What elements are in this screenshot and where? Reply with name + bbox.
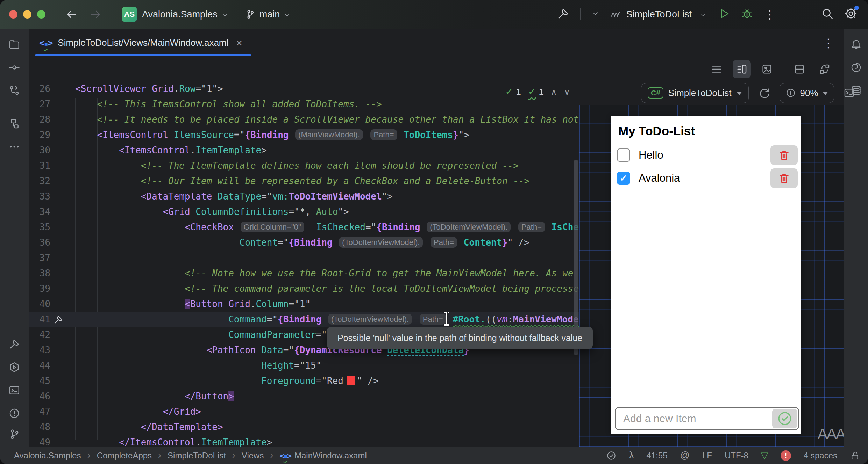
todo-item: Hello	[611, 144, 801, 167]
editor-only-view-button[interactable]	[707, 60, 726, 78]
horizontal-split-button[interactable]	[790, 60, 809, 78]
intention-action-icon[interactable]	[53, 314, 64, 326]
project-tool-window-button[interactable]	[8, 38, 20, 52]
code-line-45[interactable]: 45Foreground="Red" />	[29, 373, 579, 389]
delete-item-button[interactable]	[770, 145, 798, 165]
code-line-31[interactable]: 31<!-- The ItemTemplate defines how each…	[29, 158, 579, 173]
error-indicator[interactable]: !	[781, 450, 791, 461]
structure-tool-window-button[interactable]	[8, 118, 20, 131]
terminal-tool-window-button[interactable]	[8, 384, 20, 398]
git-tool-window-button[interactable]	[8, 428, 20, 442]
encoding-widget[interactable]: UTF-8	[725, 451, 748, 461]
breadcrumb-item[interactable]: Avalonia.Samples	[14, 451, 81, 461]
more-tool-windows-button[interactable]	[8, 141, 20, 154]
code-line-44[interactable]: 44Height="15"	[29, 358, 579, 373]
editor-scrollbar[interactable]	[574, 160, 578, 355]
code-line-48[interactable]: 48</DataTemplate>	[29, 419, 579, 435]
search-everywhere-button[interactable]	[821, 7, 834, 21]
run-configuration-selector[interactable]: SimpleToDoList	[610, 8, 707, 20]
inspections-status-widget[interactable]	[606, 450, 617, 461]
run-tool-window-button[interactable]	[8, 361, 20, 375]
breadcrumb-item[interactable]: SimpleToDoList	[168, 451, 226, 461]
notifications-button[interactable]	[850, 38, 862, 52]
close-window-button[interactable]	[9, 10, 17, 19]
delete-item-button[interactable]	[770, 168, 798, 188]
horizontal-split-icon	[794, 63, 805, 75]
split-view-button[interactable]	[733, 60, 751, 78]
code-line-41[interactable]: 41Command="{Binding (ToDoItemViewModel).…	[29, 312, 579, 327]
minimize-window-button[interactable]	[23, 10, 31, 19]
forward-button[interactable]	[90, 8, 102, 21]
problems-tool-window-button[interactable]	[8, 407, 20, 421]
pull-requests-tool-window-button[interactable]	[8, 85, 20, 98]
code-line-34[interactable]: 34<Grid ColumnDefinitions="*, Auto">	[29, 204, 579, 219]
code-line-46[interactable]: 46</Button>	[29, 389, 579, 404]
new-item-input[interactable]	[616, 413, 772, 425]
line-separator-widget[interactable]: LF	[702, 451, 712, 461]
code-line-40[interactable]: 40<Button Grid.Column="1"	[29, 296, 579, 312]
code-line-26[interactable]: 26<ScrollViewer Grid.Row="1">	[29, 81, 579, 96]
code-line-33[interactable]: 33<DataTemplate DataType="vm:ToDoItemVie…	[29, 189, 579, 204]
swap-panels-button[interactable]	[816, 60, 834, 78]
tab-label: SimpleToDoList/Views/MainWindow.axaml	[58, 37, 228, 48]
ai-assistant-button[interactable]	[850, 61, 862, 75]
tab-mainwindow-axaml[interactable]: <▪> SimpleToDoList/Views/MainWindow.axam…	[35, 29, 251, 57]
ai-status-widget[interactable]: @	[680, 450, 690, 461]
run-button[interactable]	[718, 7, 730, 21]
breadcrumb-item[interactable]: CompleteApps	[97, 451, 152, 461]
lambda-widget[interactable]: λ	[629, 450, 634, 461]
commit-tool-window-button[interactable]	[8, 61, 20, 75]
highlighting-level-widget[interactable]: ▽	[761, 450, 768, 461]
tab-options-button[interactable]: ⋮	[823, 37, 834, 49]
project-selector[interactable]: Avalonia.Samples	[142, 9, 218, 20]
code-line-49[interactable]: 49</ItemsControl.ItemTemplate>	[29, 435, 579, 447]
back-button[interactable]	[65, 8, 78, 21]
code-line-39[interactable]: 39<!-- The command parameter is the loca…	[29, 281, 579, 296]
code-line-32[interactable]: 32<!-- Our Item will be represented by a…	[29, 173, 579, 189]
line-number: 37	[29, 250, 50, 266]
build-options-button[interactable]	[591, 9, 599, 19]
close-tab-icon[interactable]: ×	[236, 37, 242, 49]
next-problem-button[interactable]: ∨	[564, 87, 570, 97]
vcs-branch-selector[interactable]: main	[245, 9, 291, 20]
preview-console-button[interactable]	[843, 87, 855, 99]
code-line-35[interactable]: 35<CheckBox Grid.Column="0" IsChecked="{…	[29, 219, 579, 235]
build-button[interactable]	[557, 7, 570, 21]
code-line-27[interactable]: 27<!-- This ItemsControl show all added …	[29, 96, 579, 112]
code-line-47[interactable]: 47</Grid>	[29, 404, 579, 419]
todo-label: Hello	[639, 149, 663, 161]
todo-checkbox[interactable]	[617, 148, 630, 162]
build-tool-window-button[interactable]	[8, 338, 20, 351]
code-line-37[interactable]: 37	[29, 250, 579, 266]
code-line-36[interactable]: 36Content="{Binding (ToDoItemViewModel).…	[29, 235, 579, 250]
caret-position-widget[interactable]: 41:55	[646, 451, 667, 461]
refresh-preview-button[interactable]	[758, 87, 770, 99]
inspections-widget[interactable]: ✓ 1 ✓ 1 ∧ ∨	[505, 86, 570, 97]
code-line-30[interactable]: 30<ItemsControl.ItemTemplate>	[29, 143, 579, 158]
preview-zoom-control[interactable]: 90%	[780, 83, 834, 103]
new-item-field[interactable]	[615, 407, 799, 430]
code-line-28[interactable]: 28<!-- It needs to be placed inside a Sc…	[29, 112, 579, 127]
code-line-29[interactable]: 29<ItemsControl ItemsSource="{Binding (M…	[29, 127, 579, 143]
line-number: 34	[29, 204, 50, 219]
indent-widget[interactable]: 4 spaces	[804, 451, 837, 461]
code-editor[interactable]: 26<ScrollViewer Grid.Row="1">27<!-- This…	[29, 81, 579, 447]
line-number: 32	[29, 173, 50, 189]
todo-checkbox[interactable]: ✓	[617, 172, 630, 185]
preview-canvas[interactable]: My ToDo-List Hello ✓Avalonia AAA	[579, 105, 844, 447]
more-actions-button[interactable]: ⋮	[764, 8, 776, 20]
preview-only-view-button[interactable]	[758, 60, 776, 78]
breadcrumb[interactable]: Avalonia.Samples›CompleteApps›SimpleToDo…	[14, 450, 367, 461]
zoom-window-button[interactable]	[37, 10, 45, 19]
line-number: 35	[29, 219, 50, 235]
folder-icon	[8, 38, 20, 50]
breadcrumb-item[interactable]: <▪>MainWindow.axaml	[279, 451, 367, 461]
debug-button[interactable]	[741, 7, 753, 21]
breadcrumb-item[interactable]: Views	[242, 451, 264, 461]
code-line-38[interactable]: 38<!-- Note how we use the Root-Grid to …	[29, 266, 579, 281]
settings-button[interactable]	[844, 7, 858, 22]
previous-problem-button[interactable]: ∧	[551, 87, 557, 97]
write-access-widget[interactable]	[850, 450, 860, 461]
add-item-button[interactable]	[772, 409, 797, 428]
preview-target-selector[interactable]: C# SimpleToDoList	[641, 83, 749, 103]
